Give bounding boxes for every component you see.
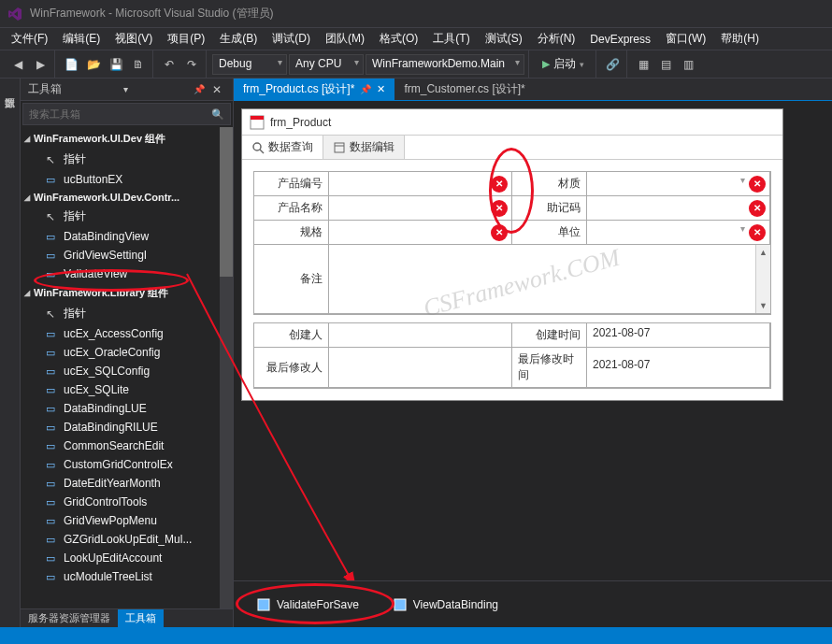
close-icon[interactable]: ✕ [377, 83, 385, 95]
field-input[interactable]: 2021-08-07 [589, 358, 767, 377]
toolbox-item-ucmoduletreelist[interactable]: ucModuleTreeList [21, 567, 233, 586]
side-tab-server[interactable]: 数据源 [1, 82, 19, 97]
textarea-scrollbar[interactable]: ▲▼ [755, 245, 770, 313]
toolbox-bottom-tabs: 服务器资源管理器 工具箱 [21, 608, 233, 627]
toolbox-item-gridviewsettingi[interactable]: GridViewSettingI [21, 246, 233, 265]
dropdown-icon[interactable]: ▾ [120, 84, 132, 94]
align-button-2[interactable]: ▤ [655, 54, 676, 75]
save-all-button[interactable]: 🗎 [128, 54, 149, 75]
form-tab-query[interactable]: 数据查询 [242, 136, 323, 159]
toolbox-item-validateview[interactable]: ValidateView [21, 265, 233, 283]
tab-server-explorer[interactable]: 服务器资源管理器 [21, 609, 118, 627]
menu-project[interactable]: 项目(P) [160, 29, 212, 49]
menu-test[interactable]: 测试(S) [478, 29, 530, 49]
toolbox-item-指针[interactable]: 指针 [21, 149, 233, 170]
field-input[interactable]: 2021-08-07 [589, 326, 767, 345]
field-input[interactable] [331, 326, 509, 345]
save-button[interactable]: 💾 [106, 54, 126, 75]
toolbox-item-dateedityearmonth[interactable]: DateEditYearMonth [21, 474, 233, 493]
menu-view[interactable]: 视图(V) [108, 29, 160, 49]
toolbox-group[interactable]: WinFramework.UI.Dev 组件 [21, 129, 233, 149]
error-icon [749, 176, 766, 193]
field-input[interactable] [331, 175, 491, 193]
tab-toolbox[interactable]: 工具箱 [118, 609, 164, 627]
scrollbar[interactable] [220, 127, 233, 608]
form-tab-edit[interactable]: 数据编辑 [323, 136, 405, 159]
align-button-1[interactable]: ▦ [633, 54, 653, 75]
nav-forward-button[interactable]: ▶ [30, 54, 50, 75]
item-label: ucEx_SQLite [64, 383, 129, 396]
field-label: 最后修改人 [254, 348, 329, 387]
toolbox-item-gridviewpopmenu[interactable]: GridViewPopMenu [21, 511, 233, 530]
ctrl-icon [43, 533, 58, 546]
error-icon [749, 224, 766, 241]
toolbox-item-ucex_oracleconfig[interactable]: ucEx_OracleConfig [21, 343, 233, 362]
toolbox-item-databindingview[interactable]: DataBindingView [21, 227, 233, 246]
ctrl-icon [43, 421, 58, 434]
toolbox-item-databindinglue[interactable]: DataBindingLUE [21, 399, 233, 418]
field-input[interactable] [331, 358, 509, 377]
toolbox-item-ucbuttonex[interactable]: ucButtonEX [21, 170, 233, 189]
doc-tab-customer[interactable]: frm_Customer.cs [设计]* [394, 79, 534, 100]
item-label: DataBindingRILUE [64, 421, 158, 434]
tray-item-viewdatabinding[interactable]: ViewDataBinding [385, 594, 506, 616]
menu-window[interactable]: 窗口(W) [658, 29, 713, 49]
undo-button[interactable]: ↶ [159, 54, 179, 75]
menu-debug[interactable]: 调试(D) [265, 29, 318, 49]
pin-icon[interactable]: 📌 [190, 84, 208, 94]
menu-file[interactable]: 文件(F) [4, 29, 55, 49]
open-file-button[interactable]: 📂 [83, 54, 104, 75]
designer-canvas[interactable]: frm_Product 数据查询 数据编辑 产品编号材质产品名称助记码规格单位备… [234, 101, 832, 580]
toolbox-item-commonsearchedit[interactable]: CommonSearchEdit [21, 436, 233, 455]
nav-back-button[interactable]: ◀ [7, 54, 28, 75]
menu-format[interactable]: 格式(O) [372, 29, 425, 49]
toolbox-item-ucex_accessconfig[interactable]: ucEx_AccessConfig [21, 324, 233, 343]
close-icon[interactable]: ✕ [208, 83, 225, 96]
menu-edit[interactable]: 编辑(E) [55, 29, 108, 49]
browser-link-button[interactable]: 🔗 [602, 54, 623, 75]
menu-devexpress[interactable]: DevExpress [582, 31, 658, 48]
redo-button[interactable]: ↷ [181, 54, 202, 75]
field-input[interactable] [589, 175, 749, 193]
search-icon[interactable]: 🔍 [206, 108, 230, 121]
startup-combo[interactable]: WinFrameworkDemo.Main [366, 54, 524, 75]
toolbox-search[interactable]: 🔍 [22, 103, 231, 125]
menu-build[interactable]: 生成(B) [212, 29, 265, 49]
toolbox-item-gzgridlookupedit_mul...[interactable]: GZGridLookUpEdit_Mul... [21, 530, 233, 549]
tray-item-validateforsave[interactable]: ValidateForSave [249, 594, 366, 616]
pin-icon[interactable]: 📌 [360, 84, 371, 94]
memo-textarea[interactable] [329, 245, 755, 310]
dropdown-icon: ▾ [580, 60, 584, 69]
field-input[interactable] [331, 199, 491, 218]
field-input[interactable] [589, 199, 749, 218]
tab-label: 数据查询 [268, 139, 313, 155]
toolbox-item-customgridcontrolex[interactable]: CustomGridControlEx [21, 455, 233, 474]
config-combo[interactable]: Debug [212, 54, 287, 75]
menu-help[interactable]: 帮助(H) [713, 29, 767, 49]
new-file-button[interactable]: 📄 [61, 54, 81, 75]
run-button[interactable]: ▶ 启动 ▾ [535, 54, 592, 74]
menu-analyze[interactable]: 分析(N) [530, 29, 583, 49]
form-preview[interactable]: frm_Product 数据查询 数据编辑 产品编号材质产品名称助记码规格单位备… [241, 108, 783, 401]
scroll-up-icon[interactable]: ▲ [756, 245, 770, 260]
toolbox-item-lookupeditaccount[interactable]: LookUpEditAccount [21, 549, 233, 567]
toolbox-group[interactable]: WinFramework.UI.Dev.Contr... [21, 189, 233, 206]
field-input[interactable] [589, 223, 749, 242]
field-input[interactable] [331, 223, 491, 242]
toolbox-item-指针[interactable]: 指针 [21, 206, 233, 227]
platform-combo[interactable]: Any CPU [289, 54, 364, 75]
item-label: GridControlTools [64, 495, 147, 508]
toolbox-item-指针[interactable]: 指针 [21, 303, 233, 324]
search-input[interactable] [23, 108, 206, 120]
scrollbar-thumb[interactable] [220, 127, 233, 277]
scroll-down-icon[interactable]: ▼ [756, 298, 770, 313]
doc-tab-product[interactable]: frm_Product.cs [设计]* 📌 ✕ [234, 79, 394, 100]
menu-team[interactable]: 团队(M) [318, 29, 372, 49]
toolbox-item-gridcontroltools[interactable]: GridControlTools [21, 493, 233, 511]
toolbox-item-ucex_sqlite[interactable]: ucEx_SQLite [21, 380, 233, 399]
menu-tools[interactable]: 工具(T) [425, 29, 477, 49]
toolbox-item-ucex_sqlconfig[interactable]: ucEx_SQLConfig [21, 362, 233, 380]
align-button-3[interactable]: ▥ [678, 54, 698, 75]
toolbox-group[interactable]: WinFramework.Library 组件 [21, 283, 233, 303]
toolbox-item-databindingrilue[interactable]: DataBindingRILUE [21, 418, 233, 436]
